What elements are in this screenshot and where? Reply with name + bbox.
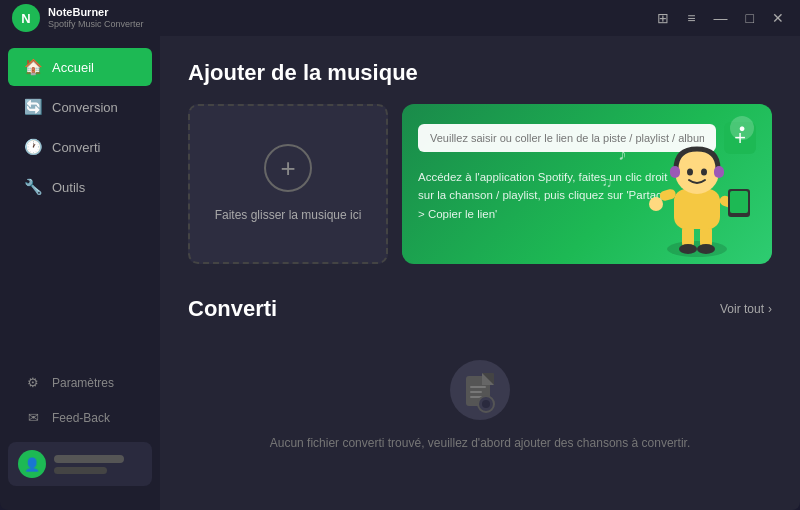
add-music-row: + Faites glisser la musique ici + Accéde… — [188, 104, 772, 264]
music-note-2: ♫ — [602, 174, 613, 190]
illustration — [632, 134, 762, 264]
music-note-1: ♪ — [618, 144, 627, 165]
svg-point-3 — [679, 244, 697, 254]
conversion-icon: 🔄 — [24, 98, 42, 116]
svg-point-7 — [649, 197, 663, 211]
user-avatar: 👤 — [18, 450, 46, 478]
menu-icon[interactable]: ≡ — [683, 8, 699, 28]
sidebar-nav: 🏠 Accueil 🔄 Conversion 🕐 Converti 🔧 Outi… — [0, 36, 160, 354]
titlebar-controls: ⊞ ≡ — □ ✕ — [653, 8, 788, 28]
sidebar-item-conversion[interactable]: 🔄 Conversion — [8, 88, 152, 126]
drop-zone-plus-icon: + — [264, 144, 312, 192]
voir-tout-label: Voir tout — [720, 302, 764, 316]
svg-rect-10 — [730, 191, 748, 213]
empty-state: Aucun fichier converti trouvé, veuillez … — [188, 338, 772, 460]
home-icon: 🏠 — [24, 58, 42, 76]
empty-icon — [444, 358, 516, 422]
sidebar-label-accueil: Accueil — [52, 60, 94, 75]
drop-zone-label: Faites glisser la musique ici — [215, 206, 362, 224]
sidebar-item-feedback[interactable]: ✉ Feed-Back — [8, 401, 152, 434]
app-logo: N — [12, 4, 40, 32]
minimize-button[interactable]: — — [710, 8, 732, 28]
sidebar: 🏠 Accueil 🔄 Conversion 🕐 Converti 🔧 Outi… — [0, 0, 160, 510]
svg-point-23 — [482, 400, 490, 408]
sidebar-item-parametres[interactable]: ⚙ Paramètres — [8, 366, 152, 399]
svg-rect-19 — [470, 386, 486, 388]
svg-point-14 — [687, 169, 693, 176]
app-name-block: NoteBurner Spotify Music Converter — [48, 6, 144, 30]
sidebar-bottom: ⚙ Paramètres ✉ Feed-Back 👤 — [0, 354, 160, 510]
sidebar-item-accueil[interactable]: 🏠 Accueil — [8, 48, 152, 86]
main-content: Ajouter de la musique + Faites glisser l… — [160, 0, 800, 510]
chevron-right-icon: › — [768, 302, 772, 316]
svg-point-15 — [701, 169, 707, 176]
svg-rect-12 — [670, 166, 680, 178]
user-email — [54, 467, 107, 474]
svg-rect-5 — [674, 189, 720, 229]
sidebar-label-parametres: Paramètres — [52, 376, 114, 390]
app-subtitle: Spotify Music Converter — [48, 19, 144, 30]
converti-header: Converti Voir tout › — [188, 296, 772, 322]
mail-icon: ✉ — [24, 410, 42, 425]
settings-icon: ⚙ — [24, 375, 42, 390]
tools-icon: 🔧 — [24, 178, 42, 196]
user-name — [54, 455, 124, 463]
svg-rect-20 — [470, 391, 482, 393]
empty-text: Aucun fichier converti trouvé, veuillez … — [270, 436, 691, 450]
app-name: NoteBurner — [48, 6, 144, 19]
sidebar-label-outils: Outils — [52, 180, 85, 195]
titlebar-left: N NoteBurner Spotify Music Converter — [12, 4, 144, 32]
user-section[interactable]: 👤 — [8, 442, 152, 486]
grid-icon[interactable]: ⊞ — [653, 8, 673, 28]
restore-button[interactable]: □ — [742, 8, 758, 28]
sidebar-label-converti: Converti — [52, 140, 100, 155]
drop-zone[interactable]: + Faites glisser la musique ici — [188, 104, 388, 264]
svg-rect-13 — [714, 166, 724, 178]
circle-deco: ● — [730, 116, 754, 140]
sidebar-item-converti[interactable]: 🕐 Converti — [8, 128, 152, 166]
clock-icon: 🕐 — [24, 138, 42, 156]
titlebar: N NoteBurner Spotify Music Converter ⊞ ≡… — [0, 0, 800, 36]
add-music-title: Ajouter de la musique — [188, 60, 772, 86]
svg-point-4 — [697, 244, 715, 254]
sidebar-label-conversion: Conversion — [52, 100, 118, 115]
voir-tout-button[interactable]: Voir tout › — [720, 302, 772, 316]
sidebar-item-outils[interactable]: 🔧 Outils — [8, 168, 152, 206]
url-section: + Accédez à l'application Spotify, faite… — [402, 104, 772, 264]
converti-title: Converti — [188, 296, 277, 322]
sidebar-label-feedback: Feed-Back — [52, 411, 110, 425]
user-info — [54, 455, 142, 474]
close-button[interactable]: ✕ — [768, 8, 788, 28]
